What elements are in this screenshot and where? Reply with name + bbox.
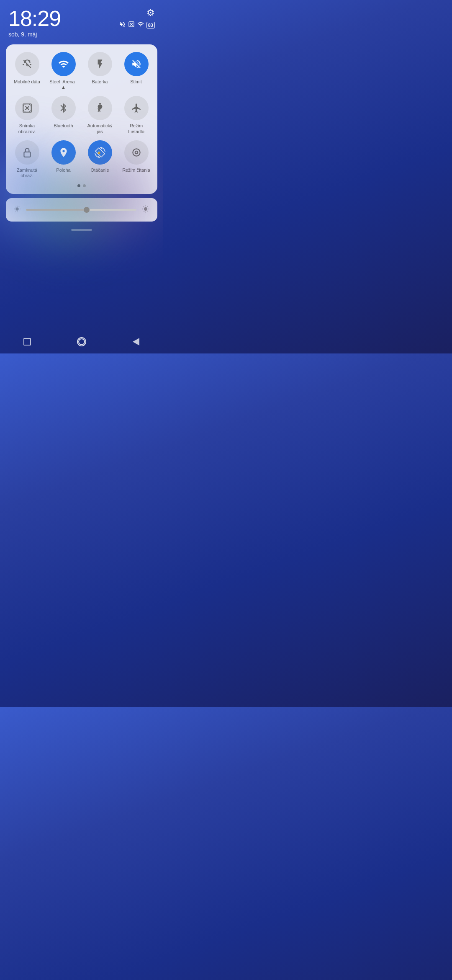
location-label: Poloha [56, 168, 70, 173]
quick-item-screenshot: Snímka obrazov. [10, 96, 44, 134]
wifi-status-icon [137, 21, 144, 29]
auto-brightness-label: Automatický jas [85, 123, 115, 134]
reading-mode-button[interactable] [124, 140, 149, 165]
flashlight-button[interactable] [88, 52, 112, 76]
battery-indicator: 83 [146, 22, 155, 28]
mute-icon [119, 21, 126, 29]
handle-bar [71, 229, 92, 231]
bluetooth-label: Bluetooth [54, 123, 73, 129]
flashlight-label: Baterka [92, 79, 108, 85]
location-button[interactable] [51, 140, 76, 165]
brightness-high-icon [141, 205, 150, 215]
mobile-data-button[interactable] [15, 52, 39, 76]
settings-icon[interactable]: ⚙ [146, 8, 155, 18]
reading-mode-label: Režim čítania [122, 168, 150, 173]
quick-settings-grid: Mobilné dáta Steel_Arena_ ▲ Baterka [10, 52, 153, 178]
quick-item-rotation: 🔒 Otáčanie [83, 140, 117, 178]
airplane-label: Režim Lietadlo [121, 123, 152, 134]
svg-point-10 [133, 149, 140, 156]
brightness-thumb[interactable] [84, 207, 90, 213]
dot-1 [77, 184, 80, 187]
quick-item-lock-screen: Zamknutá obraz. [10, 140, 44, 178]
quick-item-flashlight: Baterka [83, 52, 117, 90]
lock-screen-label: Zamknutá obraz. [12, 168, 42, 178]
auto-brightness-button[interactable]: A [88, 96, 112, 120]
quick-item-mobile-data: Mobilné dáta [10, 52, 44, 90]
lock-screen-button[interactable] [15, 140, 39, 165]
mute-label: Stlmiť [130, 79, 142, 85]
screenshot-label: Snímka obrazov. [12, 123, 42, 134]
mute-button[interactable] [124, 52, 149, 76]
rotation-button[interactable]: 🔒 [88, 140, 112, 165]
quick-settings-panel: Mobilné dáta Steel_Arena_ ▲ Baterka [6, 44, 157, 194]
brightness-low-icon [13, 205, 21, 214]
bottom-nav [0, 332, 163, 353]
pagination-dots [10, 184, 153, 187]
svg-text:🔒: 🔒 [97, 150, 101, 154]
svg-rect-8 [24, 152, 30, 157]
rotation-label: Otáčanie [90, 168, 109, 173]
svg-point-11 [135, 151, 138, 154]
nav-handle [0, 225, 163, 232]
quick-item-location: Poloha [46, 140, 80, 178]
time-display: 18:29 [8, 8, 61, 29]
home-button[interactable] [74, 334, 89, 349]
status-right: ⚙ 83 [119, 8, 155, 29]
quick-item-reading-mode: Režim čítania [119, 140, 153, 178]
wifi-button[interactable] [51, 52, 76, 76]
mobile-data-label: Mobilné dáta [14, 79, 40, 85]
status-left: 18:29 sob, 9. máj [8, 8, 61, 38]
airplane-button[interactable] [124, 96, 149, 120]
dot-2 [83, 184, 86, 187]
date-display: sob, 9. máj [8, 31, 61, 38]
quick-item-wifi: Steel_Arena_ ▲ [46, 52, 80, 90]
status-bar: 18:29 sob, 9. máj ⚙ [0, 0, 163, 40]
recent-apps-icon [23, 338, 31, 346]
bluetooth-button[interactable] [51, 96, 76, 120]
status-icons: 83 [119, 21, 155, 29]
quick-item-auto-brightness: A Automatický jas [83, 96, 117, 134]
screenshot-button[interactable] [15, 96, 39, 120]
back-button[interactable] [128, 334, 144, 349]
quick-item-airplane: Režim Lietadlo [119, 96, 153, 134]
recent-apps-button[interactable] [20, 334, 35, 349]
brightness-panel[interactable] [6, 198, 157, 222]
quick-item-mute: Stlmiť [119, 52, 153, 90]
back-icon [133, 338, 139, 346]
sim-icon [128, 21, 135, 29]
brightness-track[interactable] [26, 209, 136, 211]
wifi-label: Steel_Arena_ ▲ [49, 79, 79, 90]
brightness-fill [26, 209, 87, 211]
home-icon [77, 337, 86, 346]
quick-item-bluetooth: Bluetooth [46, 96, 80, 134]
